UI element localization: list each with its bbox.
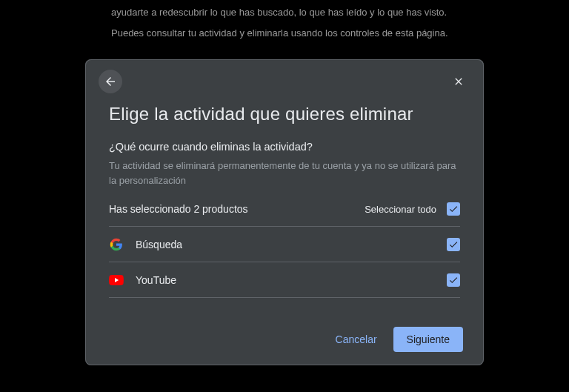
close-icon — [453, 76, 465, 87]
delete-activity-dialog: Elige la actividad que quieres eliminar … — [85, 59, 484, 365]
product-checkbox-search[interactable] — [447, 238, 460, 251]
product-checkbox-youtube[interactable] — [447, 273, 460, 287]
background-text-line-2: Puedes consultar tu actividad y eliminar… — [111, 27, 448, 40]
selection-summary: Has seleccionado 2 productos — [109, 203, 248, 215]
google-icon — [109, 237, 124, 252]
youtube-icon — [109, 273, 124, 288]
dialog-header — [85, 59, 484, 95]
arrow-left-icon — [104, 75, 117, 88]
select-all-label: Seleccionar todo — [365, 204, 436, 215]
background-text-line-1: ayudarte a redescubrir lo que has buscad… — [111, 6, 447, 19]
check-icon — [448, 239, 459, 250]
check-icon — [448, 204, 459, 214]
product-row-youtube[interactable]: YouTube — [109, 262, 460, 298]
next-button[interactable]: Siguiente — [393, 327, 463, 352]
close-button[interactable] — [450, 73, 467, 90]
back-button[interactable] — [99, 70, 122, 93]
select-all[interactable]: Seleccionar todo — [365, 202, 460, 216]
select-all-checkbox[interactable] — [447, 202, 460, 216]
product-label: YouTube — [136, 274, 447, 286]
cancel-button[interactable]: Cancelar — [336, 333, 377, 345]
selection-row: Has seleccionado 2 productos Seleccionar… — [109, 202, 460, 216]
dialog-title: Elige la actividad que quieres eliminar — [109, 104, 484, 124]
product-list: Búsqueda YouTube — [109, 226, 460, 298]
dialog-subtitle: ¿Qué ocurre cuando eliminas la actividad… — [109, 141, 484, 153]
check-icon — [448, 275, 459, 285]
dialog-buttons: Cancelar Siguiente — [336, 327, 463, 352]
dialog-description: Tu actividad se eliminará permanentement… — [109, 159, 460, 187]
product-row-search[interactable]: Búsqueda — [109, 226, 460, 262]
product-label: Búsqueda — [136, 239, 447, 250]
